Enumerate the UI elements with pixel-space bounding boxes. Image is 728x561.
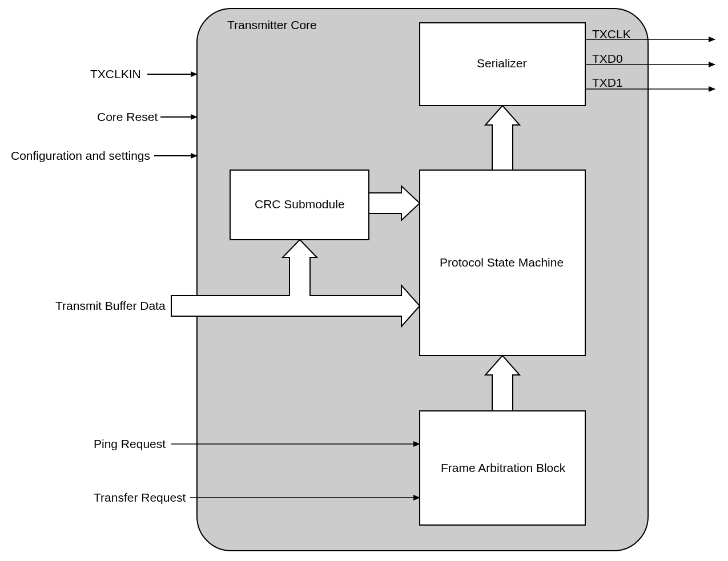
txd0-label: TXD0 — [592, 52, 623, 66]
txd1-label: TXD1 — [592, 76, 623, 90]
transfer-label: Transfer Request — [94, 491, 186, 505]
crc-label: CRC Submodule — [255, 197, 345, 211]
serializer-label: Serializer — [477, 56, 527, 70]
diagram-canvas: Transmitter Core Serializer CRC Submodul… — [0, 0, 728, 561]
fab-label: Frame Arbitration Block — [441, 461, 565, 475]
core-reset-label: Core Reset — [97, 110, 158, 124]
title-label: Transmitter Core — [227, 18, 317, 32]
psm-label: Protocol State Machine — [440, 256, 564, 269]
txclk-label: TXCLK — [592, 27, 631, 41]
ping-label: Ping Request — [94, 437, 166, 451]
config-label: Configuration and settings — [11, 149, 150, 163]
txbuf-label: Transmit Buffer Data — [55, 299, 166, 313]
txclkin-label: TXCLKIN — [90, 67, 141, 81]
